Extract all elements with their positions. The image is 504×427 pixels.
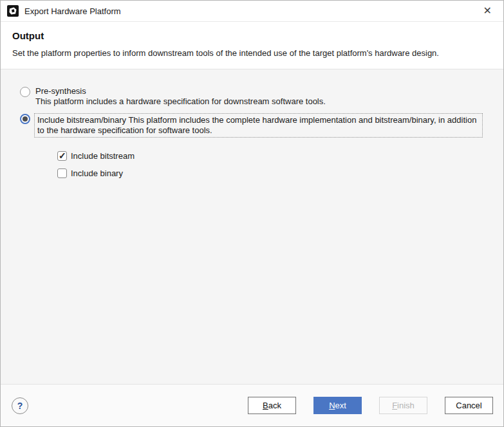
- window-title: Export Hardware Platform: [24, 6, 121, 16]
- close-icon[interactable]: ✕: [481, 5, 494, 17]
- include-bitstream-row[interactable]: Include bitstream: [57, 151, 503, 161]
- bitstream-checkbox-group: Include bitstream Include binary: [57, 151, 503, 178]
- option-description: This platform includes a hardware specif…: [35, 96, 326, 107]
- export-hardware-platform-dialog: Export Hardware Platform ✕ Output Set th…: [0, 0, 504, 427]
- wizard-content: Pre-synthesis This platform includes a h…: [1, 69, 503, 384]
- wizard-footer: ? Back Next Finish Cancel: [1, 384, 503, 426]
- option-label: Pre-synthesis: [35, 86, 326, 96]
- include-bitstream-checkbox[interactable]: [57, 151, 67, 161]
- page-description: Set the platform properties to inform do…: [12, 48, 492, 58]
- checkbox-label: Include bitstream: [71, 151, 135, 161]
- cancel-button[interactable]: Cancel: [445, 397, 493, 414]
- radio-include-bitstream-binary[interactable]: [20, 114, 30, 124]
- option-pre-synthesis[interactable]: Pre-synthesis This platform includes a h…: [20, 86, 503, 106]
- include-binary-checkbox[interactable]: [57, 168, 67, 178]
- page-title: Output: [12, 30, 492, 41]
- wizard-buttons: Back Next Finish Cancel: [248, 397, 493, 414]
- titlebar: Export Hardware Platform ✕: [1, 1, 503, 22]
- vivado-logo-icon: [7, 5, 19, 17]
- option-focus-outline: Include bitstream/binary This platform i…: [34, 113, 483, 138]
- help-button[interactable]: ?: [12, 397, 28, 414]
- wizard-header: Output Set the platform properties to in…: [1, 22, 503, 69]
- finish-button[interactable]: Finish: [379, 397, 427, 414]
- radio-pre-synthesis[interactable]: [20, 87, 30, 97]
- checkbox-label: Include binary: [71, 168, 123, 178]
- next-button[interactable]: Next: [313, 397, 362, 414]
- option-pre-synthesis-text: Pre-synthesis This platform includes a h…: [35, 86, 326, 106]
- include-binary-row[interactable]: Include binary: [57, 168, 503, 178]
- option-include-bitstream-binary[interactable]: Include bitstream/binary This platform i…: [20, 113, 503, 138]
- back-button[interactable]: Back: [248, 397, 296, 414]
- option-label: Include bitstream/binary: [37, 115, 126, 125]
- question-mark-icon: ?: [17, 401, 23, 411]
